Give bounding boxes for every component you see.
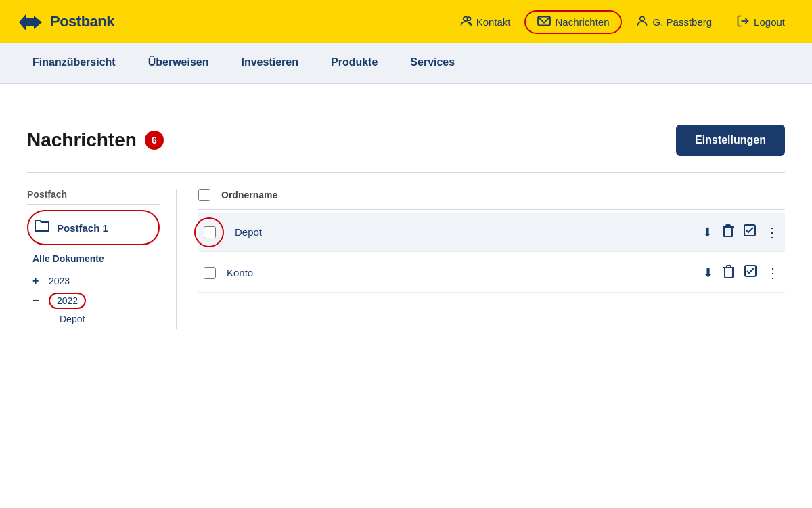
- konto-label: Konto: [227, 267, 703, 278]
- konto-checkbox[interactable]: [204, 267, 216, 279]
- depot-checkbox[interactable]: [204, 226, 216, 238]
- nav-logout[interactable]: Logout: [725, 10, 796, 34]
- postbank-logo-icon: [16, 7, 45, 36]
- year-2023-label: 2023: [49, 276, 70, 287]
- sidebar: Postfach Postfach 1 Alle Dokumente + 202…: [27, 189, 176, 329]
- main-layout: Postfach Postfach 1 Alle Dokumente + 202…: [27, 173, 785, 329]
- select-all-checkbox[interactable]: [198, 189, 210, 201]
- download-icon[interactable]: ⬇: [702, 225, 713, 240]
- sidebar-postfach1[interactable]: Postfach 1: [27, 210, 160, 245]
- checkmark-icon[interactable]: [744, 265, 757, 280]
- page-title: Nachrichten: [27, 129, 137, 151]
- page-title-group: Nachrichten 6: [27, 129, 164, 151]
- postfach1-label: Postfach 1: [57, 222, 108, 234]
- content-area: Ordnername Depot ⬇: [176, 189, 785, 329]
- nav-kontakt[interactable]: Kontakt: [448, 10, 522, 34]
- year-2023-item[interactable]: + 2023: [27, 272, 160, 290]
- download-icon[interactable]: ⬇: [703, 266, 713, 280]
- logo-area: Postbank: [16, 7, 448, 36]
- mail-icon: [537, 15, 551, 29]
- trash-icon[interactable]: [723, 264, 735, 281]
- page-content: Nachrichten 6 Einstellungen Postfach Pos…: [0, 84, 812, 329]
- konto-row-actions: ⬇ ⋮: [703, 264, 780, 281]
- main-nav-services[interactable]: Services: [394, 44, 471, 83]
- depot-row-actions: ⬇ ⋮: [702, 224, 780, 240]
- nav-user-label: G. Passtberg: [653, 16, 713, 28]
- main-nav-produkte[interactable]: Produkte: [315, 44, 394, 83]
- checkmark-icon[interactable]: [744, 224, 756, 240]
- main-nav-finanzubersicht[interactable]: Finanzübersicht: [16, 44, 132, 83]
- trash-icon[interactable]: [722, 224, 734, 240]
- main-nav-investieren[interactable]: Investieren: [225, 44, 315, 83]
- unread-badge: 6: [145, 131, 164, 150]
- year-2022-item[interactable]: − 2022: [27, 290, 160, 312]
- content-header-divider: [198, 209, 785, 210]
- expand-icon: +: [32, 275, 43, 287]
- top-header: Postbank Kontakt Nachrichten: [0, 0, 812, 43]
- year-2022-link[interactable]: 2022: [57, 295, 78, 306]
- sidebar-section-title: Postfach: [27, 189, 160, 205]
- logo-text: Postbank: [50, 13, 114, 30]
- content-header: Ordnername: [198, 189, 785, 207]
- logout-icon: [736, 14, 750, 30]
- svg-point-3: [467, 17, 470, 20]
- main-nav-uberweisen[interactable]: Überweisen: [132, 44, 225, 83]
- top-nav: Kontakt Nachrichten G. Passtberg: [448, 10, 796, 34]
- depot-row-wrapper: Depot ⬇ ⋮: [198, 213, 785, 252]
- nav-user[interactable]: G. Passtberg: [625, 10, 723, 34]
- page-header-area: Nachrichten 6 Einstellungen: [27, 84, 785, 172]
- more-icon[interactable]: ⋮: [765, 224, 780, 240]
- user-icon: [635, 14, 649, 30]
- table-row: Konto ⬇ ⋮: [198, 253, 785, 293]
- nav-nachrichten[interactable]: Nachrichten: [524, 10, 622, 34]
- svg-point-5: [639, 16, 644, 21]
- main-nav: Finanzübersicht Überweisen Investieren P…: [0, 43, 812, 84]
- nav-kontakt-label: Kontakt: [476, 16, 511, 28]
- collapse-icon: −: [32, 295, 43, 307]
- sidebar-sub-depot[interactable]: Depot: [27, 312, 160, 329]
- depot-label: Depot: [235, 226, 702, 238]
- folder-icon: [34, 218, 50, 237]
- contact-icon: [459, 14, 472, 30]
- table-row: Depot ⬇ ⋮: [198, 213, 785, 252]
- more-icon[interactable]: ⋮: [766, 265, 780, 281]
- alle-dokumente[interactable]: Alle Dokumente: [27, 251, 160, 267]
- nav-logout-label: Logout: [754, 16, 785, 28]
- einstellungen-button[interactable]: Einstellungen: [676, 125, 785, 156]
- ordnername-header: Ordnername: [221, 190, 277, 200]
- nav-nachrichten-label: Nachrichten: [556, 16, 610, 28]
